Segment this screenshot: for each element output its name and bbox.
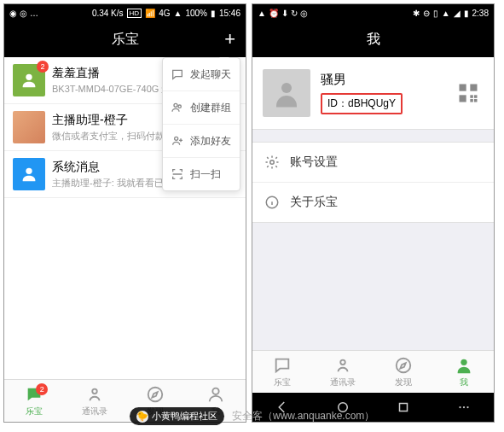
svg-point-21 [339, 403, 348, 412]
chat-icon [170, 67, 185, 82]
svg-rect-14 [470, 99, 473, 102]
profile-id: ID：dBHQUgY [321, 93, 403, 114]
scan-icon [170, 166, 185, 182]
tab-label: 我 [460, 377, 468, 388]
tab-contacts[interactable]: 通讯录 [313, 351, 374, 393]
me-icon [455, 356, 473, 375]
bt-icon: ✱ [413, 9, 420, 18]
dropdown-label: 扫一扫 [190, 167, 221, 182]
tab-discover[interactable]: 发现 [125, 380, 186, 422]
discover-icon [146, 385, 165, 404]
gear-icon [263, 153, 281, 172]
tab-discover[interactable]: 发现 [374, 351, 434, 393]
time-label: 15:46 [219, 9, 240, 18]
tab-label: 乐宝 [26, 406, 43, 417]
svg-point-6 [148, 387, 163, 401]
phone-right: ▲ ⏰ ⬇ ↻ ◎ ✱ ⊖ ▯ ▲ ◢ ▮ 2:38 我 [252, 3, 495, 423]
svg-point-8 [281, 83, 292, 93]
speed-label: 0.34 K/s [92, 9, 124, 18]
svg-rect-11 [460, 95, 466, 102]
me-content: 骚男 ID：dBHQUgY 账号设置 关于乐宝 [252, 57, 494, 350]
svg-rect-9 [460, 85, 466, 91]
tab-me[interactable]: 我 [433, 351, 494, 393]
recent-button[interactable] [396, 400, 411, 415]
tab-label: 通讯录 [330, 377, 356, 388]
dropdown-label: 创建群组 [190, 101, 231, 115]
svg-point-3 [178, 105, 181, 108]
dropdown-create-group[interactable]: 创建群组 [163, 91, 240, 125]
battery-label: 100% [185, 9, 207, 18]
svg-point-2 [174, 103, 177, 107]
menu-label: 账号设置 [290, 155, 338, 170]
group-icon [170, 100, 185, 115]
svg-point-24 [463, 406, 465, 408]
contacts-icon [85, 385, 104, 404]
tab-me[interactable]: 我 [185, 380, 246, 422]
svg-rect-10 [470, 85, 477, 91]
dropdown-scan[interactable]: 扫一扫 [163, 158, 240, 190]
back-button[interactable] [275, 400, 290, 415]
dl-icon: ⬇ [281, 9, 288, 18]
wifi-icon: ▲ [173, 9, 182, 18]
chat-icon [273, 356, 292, 375]
tab-bar: 2 乐宝 通讯录 发现 我 [4, 379, 246, 422]
avatar [13, 158, 45, 190]
phone-left: ◉ ◎ … 0.34 K/s HD 📶 4G ▲ 100% ▮ 15:46 乐宝… [3, 3, 246, 423]
svg-point-1 [26, 168, 32, 174]
dropdown-label: 添加好友 [190, 134, 231, 149]
warn-icon: ▲ [258, 9, 266, 18]
location-icon: ◎ [300, 9, 308, 18]
hd-label: HD [127, 9, 142, 18]
dropdown-menu: 发起聊天 创建群组 添加好友 扫一扫 [162, 57, 240, 191]
page-title: 乐宝 [112, 31, 139, 49]
avatar: 2 [13, 64, 45, 96]
menu-about[interactable]: 关于乐宝 [252, 183, 494, 222]
battery-icon: ▮ [211, 9, 216, 18]
profile-card[interactable]: 骚男 ID：dBHQUgY [252, 57, 494, 130]
tab-label: 通讯录 [82, 406, 107, 417]
menu-group: 账号设置 关于乐宝 [252, 142, 494, 223]
net-label: 4G [159, 9, 170, 18]
contacts-icon [333, 356, 352, 375]
svg-point-19 [397, 358, 411, 372]
svg-point-23 [459, 406, 461, 408]
signal-icon: ◢ [454, 9, 461, 18]
signal-icon: 📶 [145, 9, 155, 18]
qrcode-icon[interactable] [453, 78, 484, 108]
tab-label: 发现 [395, 377, 412, 388]
navbar: 乐宝 + [4, 21, 246, 57]
svg-point-18 [340, 359, 345, 365]
unread-badge: 2 [37, 61, 49, 73]
avatar [263, 69, 310, 117]
alarm-icon: ⏰ [269, 9, 279, 18]
menu-label: 关于乐宝 [290, 195, 338, 210]
me-icon [206, 385, 225, 404]
navbar: 我 [252, 21, 494, 57]
tab-bar: 乐宝 通讯录 发现 我 [252, 350, 494, 393]
menu-account-settings[interactable]: 账号设置 [252, 143, 494, 183]
discover-icon [394, 356, 413, 375]
android-nav-bar [252, 393, 494, 422]
page-title: 我 [367, 31, 380, 49]
dropdown-start-chat[interactable]: 发起聊天 [163, 58, 240, 91]
svg-rect-12 [470, 95, 473, 98]
home-button[interactable] [335, 400, 350, 415]
menu-button[interactable] [456, 400, 472, 415]
wechat-icon: ◉ [9, 9, 17, 18]
svg-rect-22 [399, 404, 407, 412]
svg-point-25 [466, 406, 468, 408]
svg-point-16 [270, 161, 275, 165]
tab-badge: 2 [36, 383, 48, 395]
svg-point-5 [92, 388, 97, 394]
tab-chats[interactable]: 2 乐宝 [4, 380, 65, 422]
status-bar: ◉ ◎ … 0.34 K/s HD 📶 4G ▲ 100% ▮ 15:46 [4, 4, 246, 21]
dropdown-label: 发起聊天 [190, 67, 231, 82]
svg-rect-15 [474, 99, 478, 102]
time-label: 2:38 [472, 9, 489, 18]
avatar [13, 111, 45, 143]
add-button[interactable]: + [224, 28, 235, 50]
tab-chats[interactable]: 乐宝 [252, 351, 313, 393]
dnd-icon: ⊖ [423, 9, 430, 18]
tab-contacts[interactable]: 通讯录 [65, 380, 125, 422]
dropdown-add-friend[interactable]: 添加好友 [163, 125, 240, 158]
